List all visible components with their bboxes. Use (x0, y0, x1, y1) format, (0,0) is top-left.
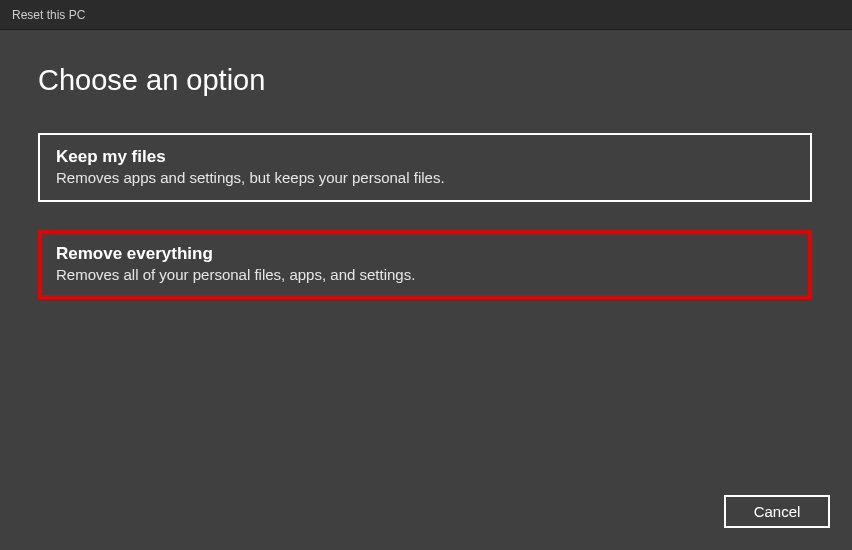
titlebar: Reset this PC (0, 0, 852, 30)
dialog-content: Choose an option Keep my files Removes a… (0, 30, 852, 347)
page-title: Choose an option (38, 64, 814, 97)
option-keep-my-files[interactable]: Keep my files Removes apps and settings,… (38, 133, 812, 202)
option-remove-everything[interactable]: Remove everything Removes all of your pe… (38, 230, 812, 299)
cancel-button[interactable]: Cancel (724, 495, 830, 528)
option-title: Remove everything (56, 244, 794, 264)
option-description: Removes all of your personal files, apps… (56, 266, 794, 283)
option-description: Removes apps and settings, but keeps you… (56, 169, 794, 186)
dialog-footer: Cancel (724, 495, 830, 528)
option-title: Keep my files (56, 147, 794, 167)
window-title: Reset this PC (12, 8, 85, 22)
